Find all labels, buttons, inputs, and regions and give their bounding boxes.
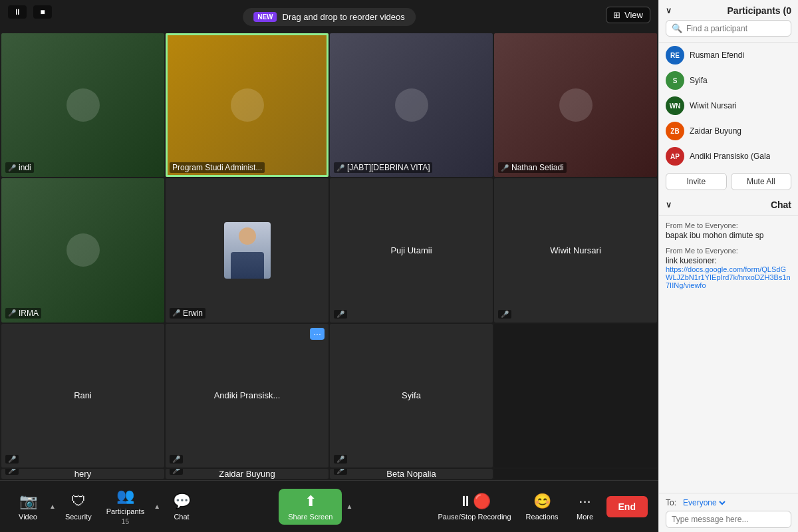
mute-icon: 🎤 xyxy=(8,164,16,172)
toolbar-center: ⬆ Share Screen ▲ xyxy=(279,489,352,525)
participant-label: Beta Nopalia xyxy=(386,469,436,479)
more-options-button[interactable]: ··· xyxy=(310,328,325,340)
participant-name: Rusman Efendi xyxy=(690,51,744,60)
pause-rec-label: Pause/Stop Recording xyxy=(438,513,511,521)
participant-label: 🎤 indi xyxy=(5,162,34,173)
participant-label: Andiki Pransisk... xyxy=(214,390,281,400)
participants-label: Participants xyxy=(106,507,144,515)
share-caret[interactable]: ▲ xyxy=(346,503,352,510)
chat-footer: To: Everyone xyxy=(659,493,798,532)
message-sender: From Me to Everyone: xyxy=(666,221,791,229)
new-badge: NEW xyxy=(253,12,277,22)
mute-icon: 🎤 xyxy=(336,164,344,172)
name-text: Program Studi Administ... xyxy=(172,163,262,172)
name-text: Erwin xyxy=(183,309,203,318)
avatar: WN xyxy=(666,96,684,115)
mute-icon: 🎤 xyxy=(8,469,16,474)
stop-button[interactable]: ■ xyxy=(33,5,52,19)
video-cell-active: Program Studi Administ... xyxy=(166,33,329,177)
pause-rec-icon: ⏸🔴 xyxy=(458,493,491,510)
chat-to-row: To: Everyone xyxy=(666,497,791,508)
participants-header: ∨ Participants (0 xyxy=(666,5,791,16)
video-cell: ··· Andiki Pransisk... 🎤 xyxy=(166,324,329,467)
mute-label: 🎤 xyxy=(170,455,183,464)
video-label: Video xyxy=(19,513,37,521)
participant-item: WN Wiwit Nursari xyxy=(659,93,798,118)
participant-label: Zaidar Buyung xyxy=(219,469,275,479)
participants-button[interactable]: 👥 Participants 15 xyxy=(101,485,150,528)
invite-button[interactable]: Invite xyxy=(666,173,727,190)
participant-label: 🎤 Erwin xyxy=(170,308,205,319)
participants-caret[interactable]: ▲ xyxy=(154,503,160,510)
participant-item: S Syifa xyxy=(659,68,798,93)
end-button[interactable]: End xyxy=(606,496,648,517)
mute-label: 🎤 xyxy=(5,455,19,464)
avatar: RE xyxy=(666,46,684,65)
toolbar-right: ⏸🔴 Pause/Stop Recording 😊 Reactions ··· … xyxy=(433,490,648,523)
search-icon: 🔍 xyxy=(672,23,682,33)
to-label: To: xyxy=(666,498,676,507)
avatar: ZB xyxy=(666,122,684,140)
face-placeholder xyxy=(395,88,428,122)
name-text: IRMA xyxy=(19,309,39,318)
chat-message: From Me to Everyone: link kuesioner: htt… xyxy=(666,247,791,289)
participants-list: RE Rusman Efendi S Syifa WN Wiwit Nursar… xyxy=(659,43,798,169)
participant-name: Wiwit Nursari xyxy=(690,101,737,110)
participants-panel-title: Participants (0 xyxy=(728,5,791,16)
participant-item: ZB Zaidar Buyung xyxy=(659,118,798,144)
toolbar-left: 📷 Video ▲ 🛡 Security 👥 Participants 15 ▲… xyxy=(11,485,199,528)
mute-label: 🎤 xyxy=(170,469,183,475)
video-cell: 🎤 Nathan Setiadi xyxy=(494,33,657,177)
mute-icon: 🎤 xyxy=(336,311,344,318)
search-box: 🔍 xyxy=(666,20,791,37)
pause-button[interactable]: ⏸ xyxy=(8,5,27,19)
mute-icon: 🎤 xyxy=(172,456,180,463)
mute-icon: 🎤 xyxy=(8,309,16,317)
mute-icon: 🎤 xyxy=(336,469,344,474)
name-text: indi xyxy=(19,163,31,172)
more-button[interactable]: ··· More xyxy=(568,490,602,523)
invite-mute-row: Invite Mute All xyxy=(659,169,798,194)
face-placeholder xyxy=(559,88,593,122)
mute-icon: 🎤 xyxy=(336,456,344,463)
mute-label: 🎤 xyxy=(334,469,347,475)
chat-input[interactable] xyxy=(666,511,791,528)
video-cell: Wiwit Nursari 🎤 xyxy=(494,178,657,322)
view-button[interactable]: ⊞ View xyxy=(606,7,650,23)
share-icon: ⬆ xyxy=(305,493,317,510)
security-label: Security xyxy=(65,513,92,521)
video-caret[interactable]: ▲ xyxy=(49,503,56,510)
participant-item: AP Andiki Pransisko (Gala xyxy=(659,144,798,169)
share-screen-button[interactable]: ⬆ Share Screen xyxy=(279,489,342,525)
video-cell: 🎤 indi xyxy=(1,33,164,177)
avatar: AP xyxy=(666,147,684,166)
pause-recording-button[interactable]: ⏸🔴 Pause/Stop Recording xyxy=(433,490,517,523)
message-text: bapak ibu mohon dimute sp xyxy=(666,231,791,240)
mute-label: 🎤 xyxy=(334,455,347,464)
participant-label: 🎤 Nathan Setiadi xyxy=(498,162,567,173)
reactions-button[interactable]: 😊 Reactions xyxy=(521,490,564,523)
view-label: View xyxy=(624,10,643,20)
mute-all-button[interactable]: Mute All xyxy=(731,173,792,190)
chat-recipient-select[interactable]: Everyone xyxy=(680,497,728,508)
video-cell: 🎤 IRMA xyxy=(1,178,164,322)
name-text: Nathan Setiadi xyxy=(511,163,564,172)
video-icon: 📷 xyxy=(19,493,37,510)
drag-drop-banner: NEW Drag and drop to reorder videos xyxy=(243,8,416,26)
message-link[interactable]: https://docs.google.com/form/QLSdGWLJZbN… xyxy=(666,265,791,289)
participant-name: Zaidar Buyung xyxy=(690,126,741,136)
video-cell-empty xyxy=(494,469,657,479)
security-icon: 🛡 xyxy=(71,493,86,510)
head-shape xyxy=(239,227,256,245)
video-button[interactable]: 📷 Video xyxy=(11,490,45,523)
participant-label: Puji Utamii xyxy=(390,245,432,255)
security-button[interactable]: 🛡 Security xyxy=(60,490,97,523)
participant-label: Program Studi Administ... xyxy=(170,162,265,173)
reactions-icon: 😊 xyxy=(533,493,551,510)
chat-button[interactable]: 💬 Chat xyxy=(164,490,199,523)
chevron-down-icon: ∨ xyxy=(666,6,672,15)
right-panel: ∨ Participants (0 🔍 RE Rusman Efendi S S… xyxy=(658,0,798,532)
participant-name: Andiki Pransisko (Gala xyxy=(690,152,770,161)
participant-label: 🎤 IRMA xyxy=(5,308,41,319)
search-input[interactable] xyxy=(686,24,786,33)
